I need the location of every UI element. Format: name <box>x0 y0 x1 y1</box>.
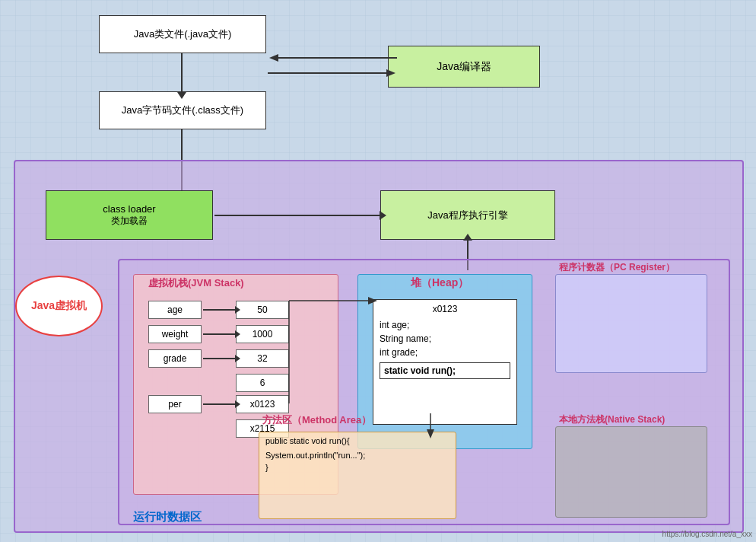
stack-var-age: age <box>148 301 202 319</box>
class-loader-line2: 类加载器 <box>111 215 148 228</box>
heap-code-2: String name; <box>373 332 516 346</box>
jvm-stack-title: 虚拟机栈(JVM Stack) <box>148 276 244 290</box>
java-bytecode-label: Java字节码文件(.class文件) <box>122 104 243 117</box>
stack-val-50: 50 <box>236 301 289 319</box>
heap-title: 堆（Heap） <box>411 276 469 290</box>
arrow-loader-to-engine <box>214 215 380 216</box>
svg-marker-8 <box>427 429 434 438</box>
native-stack-title: 本地方法栈(Native Stack) <box>559 413 665 426</box>
method-area-box: public static void run(){ System.out.pri… <box>259 432 456 519</box>
arrow-per <box>203 403 236 405</box>
exec-engine-label: Java程序执行引擎 <box>427 209 507 222</box>
java-class-file-box: Java类文件(.java文件) <box>99 15 266 53</box>
arrow-grade <box>203 358 236 359</box>
jvm-bubble-label: Java虚拟机 <box>31 299 87 313</box>
pc-register-box <box>555 274 707 373</box>
method-code-3: } <box>259 461 456 473</box>
heap-code-3: int grade; <box>373 346 516 359</box>
java-compiler-box: Java编译器 <box>388 46 540 88</box>
method-area-title: 方法区（Method Area） <box>262 413 371 427</box>
arrow-age <box>203 309 236 311</box>
heap-static: static void run(); <box>380 362 510 379</box>
stack-var-grade: grade <box>148 349 202 368</box>
arrow-classfile-to-bytecode <box>181 53 183 93</box>
heap-code-1: int age; <box>373 318 516 332</box>
url-watermark: https://blog.csdn.net/a_xxx <box>662 530 752 538</box>
stack-val-1000: 1000 <box>236 325 289 343</box>
stack-val-6: 6 <box>236 374 289 392</box>
native-stack-box <box>555 426 707 518</box>
class-loader-box: class loader 类加载器 <box>46 190 213 240</box>
arrows-compiler-classfile <box>268 52 397 90</box>
stack-var-per: per <box>148 395 202 413</box>
svg-marker-3 <box>386 69 395 77</box>
java-class-file-label: Java类文件(.java文件) <box>134 27 232 41</box>
java-exec-engine-box: Java程序执行引擎 <box>380 190 555 240</box>
heap-object-box: x0123 int age; String name; int grade; s… <box>373 299 517 425</box>
stack-var-weight: weight <box>148 325 202 343</box>
arrow-per-to-heap <box>289 297 380 411</box>
jvm-bubble: Java虚拟机 <box>15 276 103 336</box>
arrow-weight <box>203 333 236 335</box>
method-code-2: System.out.println("run..."); <box>259 449 456 461</box>
java-compiler-label: Java编译器 <box>437 60 491 74</box>
heap-object-id: x0123 <box>373 300 516 318</box>
class-loader-line1: class loader <box>103 203 155 215</box>
arrow-static-to-method <box>423 413 438 440</box>
pc-register-title: 程序计数器（PC Register） <box>559 261 675 274</box>
stack-val-x0123: x0123 <box>236 395 289 413</box>
svg-marker-6 <box>368 297 377 304</box>
diagram-container: Java类文件(.java文件) Java编译器 Java字节码文件(.clas… <box>0 0 756 542</box>
stack-val-32: 32 <box>236 349 289 368</box>
svg-marker-1 <box>269 54 278 62</box>
runtime-data-label: 运行时数据区 <box>133 510 202 524</box>
